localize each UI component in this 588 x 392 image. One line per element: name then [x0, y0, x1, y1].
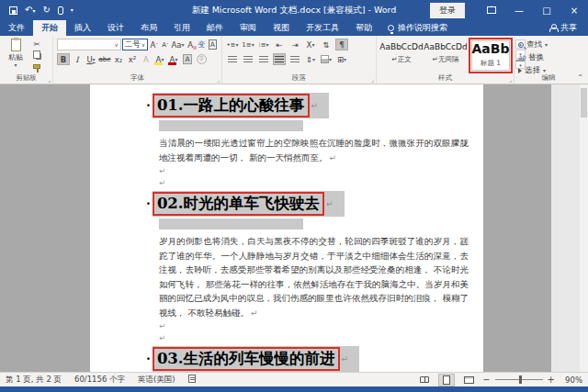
align-left-button[interactable] — [226, 53, 239, 65]
paste-button[interactable]: 粘贴 ▾ — [4, 39, 28, 72]
collapse-ribbon-icon[interactable]: ⌃ — [577, 73, 583, 82]
subscript-button[interactable]: x₂ — [112, 53, 125, 65]
font-color-button[interactable]: A▾ — [167, 53, 180, 65]
superscript-button[interactable]: x² — [126, 53, 139, 65]
change-case-button[interactable]: Aa▾ — [172, 39, 185, 50]
document-page[interactable]: · 01.一路上的心酸往事 ↵ 当清晨的一缕阳光透过窗帘上的空隙映照在沉睡的脸庞… — [90, 84, 483, 372]
font-name-combobox[interactable]: ∨ — [57, 39, 121, 50]
zoom-slider[interactable] — [495, 379, 543, 380]
asian-layout-button[interactable]: X▾ — [304, 39, 317, 50]
customize-qat-caret-icon[interactable]: ▾ — [71, 7, 74, 13]
font-size-combobox[interactable]: 二号∨ — [122, 39, 148, 50]
tab-layout[interactable]: 布局 — [132, 20, 165, 36]
zoom-out-button[interactable]: − — [482, 375, 490, 385]
touch-mode-icon[interactable] — [58, 6, 63, 15]
body-paragraph-2[interactable]: 岁月的倒影也将消失，白天与黑夜不停的交替，轮回的四季斑驳了谁的岁月，蹉跎了谁的年… — [159, 234, 469, 320]
page-number-status[interactable]: 第 1 页, 共 2 页 — [6, 375, 62, 386]
character-shading-button[interactable]: A — [181, 53, 194, 65]
tab-review[interactable]: 审阅 — [232, 20, 265, 36]
strikethrough-button[interactable]: abc — [98, 53, 111, 65]
tab-references[interactable]: 引用 — [165, 20, 198, 36]
multilevel-list-button[interactable]: ⁝≡▾ — [257, 39, 270, 50]
styles-dialog-launcher-icon[interactable]: ⌟ — [509, 76, 512, 83]
shading-button[interactable]: ▾ — [320, 53, 333, 65]
cut-icon[interactable]: ✂ — [30, 39, 43, 49]
vertical-scrollbar-thumb[interactable] — [581, 88, 587, 118]
format-painter-icon[interactable] — [30, 62, 43, 72]
enclose-characters-button[interactable]: 字 — [195, 53, 208, 65]
bullets-label: •≡ — [226, 41, 235, 49]
align-center-icon — [243, 56, 253, 63]
tab-home[interactable]: 开始 — [33, 20, 66, 36]
grow-font-button[interactable]: Aˆ — [149, 39, 159, 50]
align-right-button[interactable] — [257, 53, 270, 65]
shrink-font-button[interactable]: Aˇ — [160, 39, 170, 50]
clipboard-dialog-launcher-icon[interactable]: ⌟ — [48, 76, 51, 83]
text-effects-button[interactable]: A — [140, 53, 153, 65]
zoom-slider-thumb[interactable] — [519, 375, 522, 384]
heading-2-line[interactable]: · 02.时光的单车飞快驶去 ↵ — [146, 191, 469, 217]
decrease-indent-button[interactable]: ⇤ — [273, 39, 286, 50]
font-dialog-launcher-icon[interactable]: ⌟ — [217, 76, 220, 83]
style-normal[interactable]: AaBbCcDd ↵正文 — [380, 39, 423, 64]
line-spacing-button[interactable]: ⇕▾ — [304, 53, 317, 65]
increase-indent-button[interactable]: ⇥ — [288, 39, 301, 50]
distribute-button[interactable] — [288, 53, 301, 65]
align-center-button[interactable] — [242, 53, 254, 65]
multilevel-label: ⁝≡ — [258, 41, 266, 49]
window-bottom-edge — [0, 386, 588, 392]
sort-button[interactable]: ⇅ — [320, 39, 333, 50]
web-layout-button[interactable] — [460, 374, 477, 386]
maximize-button[interactable]: □ — [533, 0, 560, 20]
word-count-status[interactable]: 60/1156 个字 — [74, 375, 125, 386]
tab-developer[interactable]: 开发工具 — [298, 20, 347, 36]
borders-button[interactable]: ⊞▾ — [335, 53, 348, 65]
numbering-button[interactable]: 1≡▾ — [242, 39, 254, 50]
language-status[interactable]: 英语(美国) — [138, 375, 175, 386]
undo-icon[interactable]: ↶▾ — [25, 6, 35, 15]
minimize-button[interactable]: — — [505, 0, 533, 20]
sign-in-button[interactable]: 登录 — [430, 3, 465, 18]
tab-help[interactable]: 帮助 — [347, 20, 380, 36]
highlight-color-button[interactable]: A▾ — [153, 53, 166, 65]
find-button[interactable]: 查找 ▾ — [518, 39, 579, 50]
save-icon[interactable] — [9, 6, 17, 15]
vertical-scrollbar[interactable] — [580, 84, 588, 372]
redo-icon[interactable]: ↻ — [42, 6, 50, 15]
read-mode-button[interactable] — [416, 374, 433, 386]
body-paragraph-1[interactable]: 当清晨的一缕阳光透过窗帘上的空隙映照在沉睡的脸庞时，微微张开的双眼朦胧地注视着周… — [159, 136, 469, 165]
replace-button[interactable]: ab 替换 — [518, 52, 579, 63]
underline-button[interactable]: U▾ — [85, 53, 97, 65]
copy-icon[interactable] — [30, 50, 43, 60]
clear-formatting-button[interactable]: A — [186, 39, 196, 50]
tell-me-search[interactable]: 操作说明搜索 — [380, 20, 455, 36]
style-no-spacing[interactable]: AaBbCcDd ↵无间隔 — [424, 39, 467, 64]
bullets-button[interactable]: •≡▾ — [226, 39, 239, 50]
print-layout-button[interactable] — [438, 374, 455, 386]
tab-insert[interactable]: 插入 — [66, 20, 99, 36]
paragraph-group: •≡▾ 1≡▾ ⁝≡▾ ⇤ ⇥ X▾ ⇅ ¶ ⇕▾ ▾ ⊞▾ 段落 ⌟ — [222, 36, 377, 84]
tab-mailings[interactable]: 邮件 — [198, 20, 232, 36]
bold-button[interactable]: B — [57, 53, 70, 65]
style-heading-1[interactable]: AaBb 标题 1 — [471, 40, 510, 71]
zoom-in-button[interactable]: + — [548, 375, 555, 385]
tab-file[interactable]: 文件 — [0, 20, 33, 36]
paragraph-dialog-launcher-icon[interactable]: ⌟ — [371, 76, 374, 83]
heading-2-annotation-box: 02.时光的单车飞快驶去 — [153, 192, 324, 216]
justify-button[interactable] — [273, 53, 286, 65]
heading-3-line[interactable]: · 03.生活的列车慢慢的前进 ↵ — [146, 346, 469, 372]
phonetic-guide-button[interactable]: 变 — [197, 39, 207, 50]
show-marks-button[interactable]: ¶ — [335, 39, 348, 50]
share-button[interactable]: 共享 — [538, 20, 588, 36]
section-2: · 02.时光的单车飞快驶去 ↵ 岁月的倒影也将消失，白天与黑夜不停的交替，轮回… — [159, 191, 469, 344]
zoom-level[interactable]: 90% — [560, 375, 582, 385]
italic-button[interactable]: I — [71, 53, 84, 65]
heading-1-line[interactable]: · 01.一路上的心酸往事 ↵ — [146, 93, 469, 118]
ribbon-display-options-button[interactable] — [478, 0, 505, 20]
tab-design[interactable]: 设计 — [99, 20, 132, 36]
proofing-status-icon[interactable] — [188, 375, 196, 385]
tab-view[interactable]: 视图 — [265, 20, 298, 36]
section-1: · 01.一路上的心酸往事 ↵ 当清晨的一缕阳光透过窗帘上的空隙映照在沉睡的脸庞… — [159, 93, 469, 189]
close-button[interactable]: × — [560, 0, 588, 20]
character-border-button[interactable]: A — [208, 39, 218, 50]
